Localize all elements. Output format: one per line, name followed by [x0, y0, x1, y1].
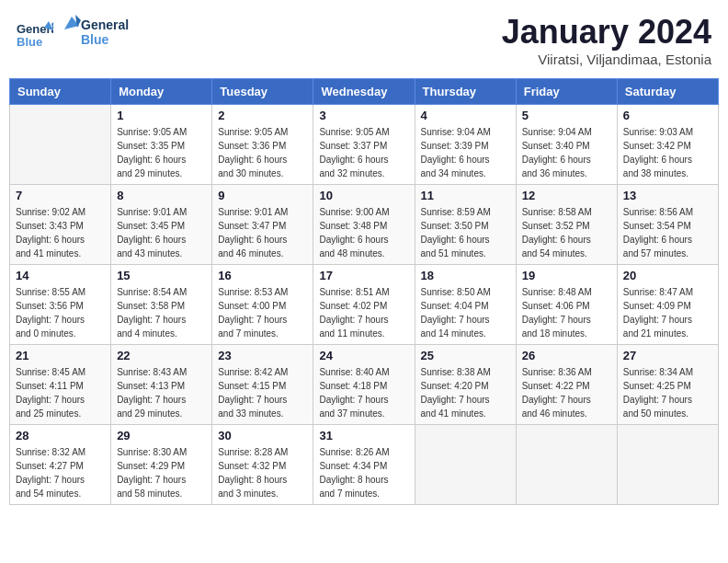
day-cell: 17Sunrise: 8:51 AM Sunset: 4:02 PM Dayli… [313, 265, 415, 345]
day-cell: 27Sunrise: 8:34 AM Sunset: 4:25 PM Dayli… [617, 345, 718, 425]
day-info: Sunrise: 9:02 AM Sunset: 3:43 PM Dayligh… [16, 205, 105, 260]
day-number: 7 [16, 189, 105, 202]
day-info: Sunrise: 8:55 AM Sunset: 3:56 PM Dayligh… [16, 285, 105, 340]
day-number: 5 [522, 109, 611, 122]
day-cell [10, 105, 111, 185]
weekday-header-sunday: Sunday [10, 79, 111, 105]
day-number: 20 [623, 269, 712, 282]
day-info: Sunrise: 8:50 AM Sunset: 4:04 PM Dayligh… [421, 285, 510, 340]
day-cell [617, 425, 718, 505]
day-cell: 13Sunrise: 8:56 AM Sunset: 3:54 PM Dayli… [617, 185, 718, 265]
day-cell: 16Sunrise: 8:53 AM Sunset: 4:00 PM Dayli… [212, 265, 313, 345]
day-number: 1 [117, 109, 206, 122]
day-number: 3 [319, 109, 408, 122]
logo-icon: General Blue [17, 17, 53, 53]
day-cell: 15Sunrise: 8:54 AM Sunset: 3:58 PM Dayli… [111, 265, 212, 345]
day-number: 6 [623, 109, 712, 122]
svg-text:Blue: Blue [81, 32, 109, 47]
day-cell: 12Sunrise: 8:58 AM Sunset: 3:52 PM Dayli… [516, 185, 617, 265]
day-number: 22 [117, 349, 206, 362]
title-area: January 2024 Viiratsi, Viljandimaa, Esto… [502, 13, 711, 67]
day-cell: 3Sunrise: 9:05 AM Sunset: 3:37 PM Daylig… [313, 105, 415, 185]
day-number: 29 [117, 429, 206, 442]
day-number: 9 [218, 189, 307, 202]
day-cell [415, 425, 516, 505]
day-info: Sunrise: 8:38 AM Sunset: 4:20 PM Dayligh… [421, 365, 510, 420]
day-cell: 7Sunrise: 9:02 AM Sunset: 3:43 PM Daylig… [10, 185, 111, 265]
day-number: 10 [319, 189, 408, 202]
day-number: 4 [421, 109, 510, 122]
weekday-header-tuesday: Tuesday [212, 79, 313, 105]
day-number: 26 [522, 349, 611, 362]
week-row-1: 1Sunrise: 9:05 AM Sunset: 3:35 PM Daylig… [10, 105, 719, 185]
day-cell: 2Sunrise: 9:05 AM Sunset: 3:36 PM Daylig… [212, 105, 313, 185]
day-cell: 9Sunrise: 9:01 AM Sunset: 3:47 PM Daylig… [212, 185, 313, 265]
day-cell: 22Sunrise: 8:43 AM Sunset: 4:13 PM Dayli… [111, 345, 212, 425]
day-cell: 14Sunrise: 8:55 AM Sunset: 3:56 PM Dayli… [10, 265, 111, 345]
day-info: Sunrise: 9:05 AM Sunset: 3:35 PM Dayligh… [117, 125, 206, 180]
day-number: 23 [218, 349, 307, 362]
day-number: 11 [421, 189, 510, 202]
day-cell: 20Sunrise: 8:47 AM Sunset: 4:09 PM Dayli… [617, 265, 718, 345]
day-cell: 31Sunrise: 8:26 AM Sunset: 4:34 PM Dayli… [313, 425, 415, 505]
day-info: Sunrise: 8:45 AM Sunset: 4:11 PM Dayligh… [16, 365, 105, 420]
day-info: Sunrise: 8:47 AM Sunset: 4:09 PM Dayligh… [623, 285, 712, 340]
day-info: Sunrise: 8:51 AM Sunset: 4:02 PM Dayligh… [319, 285, 408, 340]
day-cell: 6Sunrise: 9:03 AM Sunset: 3:42 PM Daylig… [617, 105, 718, 185]
weekday-header-friday: Friday [516, 79, 617, 105]
day-number: 16 [218, 269, 307, 282]
day-info: Sunrise: 9:04 AM Sunset: 3:40 PM Dayligh… [522, 125, 611, 180]
svg-text:Blue: Blue [17, 35, 42, 49]
day-info: Sunrise: 8:48 AM Sunset: 4:06 PM Dayligh… [522, 285, 611, 340]
svg-text:General: General [81, 17, 129, 32]
weekday-header-thursday: Thursday [415, 79, 516, 105]
day-number: 30 [218, 429, 307, 442]
day-info: Sunrise: 9:05 AM Sunset: 3:37 PM Dayligh… [319, 125, 408, 180]
day-cell: 18Sunrise: 8:50 AM Sunset: 4:04 PM Dayli… [415, 265, 516, 345]
day-cell: 25Sunrise: 8:38 AM Sunset: 4:20 PM Dayli… [415, 345, 516, 425]
main-title: January 2024 [502, 13, 711, 52]
day-cell: 4Sunrise: 9:04 AM Sunset: 3:39 PM Daylig… [415, 105, 516, 185]
day-info: Sunrise: 8:58 AM Sunset: 3:52 PM Dayligh… [522, 205, 611, 260]
day-cell: 19Sunrise: 8:48 AM Sunset: 4:06 PM Dayli… [516, 265, 617, 345]
day-info: Sunrise: 8:30 AM Sunset: 4:29 PM Dayligh… [117, 445, 206, 500]
day-number: 15 [117, 269, 206, 282]
day-cell: 10Sunrise: 9:00 AM Sunset: 3:48 PM Dayli… [313, 185, 415, 265]
day-info: Sunrise: 9:01 AM Sunset: 3:47 PM Dayligh… [218, 205, 307, 260]
page-header: General Blue General Blue January 2024 V… [9, 9, 719, 71]
day-info: Sunrise: 8:59 AM Sunset: 3:50 PM Dayligh… [421, 205, 510, 260]
logo-svg: General Blue [55, 13, 138, 53]
day-info: Sunrise: 8:34 AM Sunset: 4:25 PM Dayligh… [623, 365, 712, 420]
weekday-header-monday: Monday [111, 79, 212, 105]
day-cell: 21Sunrise: 8:45 AM Sunset: 4:11 PM Dayli… [10, 345, 111, 425]
weekday-header-row: SundayMondayTuesdayWednesdayThursdayFrid… [10, 79, 719, 105]
day-info: Sunrise: 8:36 AM Sunset: 4:22 PM Dayligh… [522, 365, 611, 420]
day-info: Sunrise: 8:54 AM Sunset: 3:58 PM Dayligh… [117, 285, 206, 340]
day-number: 17 [319, 269, 408, 282]
day-cell: 28Sunrise: 8:32 AM Sunset: 4:27 PM Dayli… [10, 425, 111, 505]
day-cell: 1Sunrise: 9:05 AM Sunset: 3:35 PM Daylig… [111, 105, 212, 185]
day-number: 24 [319, 349, 408, 362]
day-number: 8 [117, 189, 206, 202]
day-number: 12 [522, 189, 611, 202]
day-info: Sunrise: 8:32 AM Sunset: 4:27 PM Dayligh… [16, 445, 105, 500]
day-info: Sunrise: 9:04 AM Sunset: 3:39 PM Dayligh… [421, 125, 510, 180]
day-cell: 23Sunrise: 8:42 AM Sunset: 4:15 PM Dayli… [212, 345, 313, 425]
day-number: 31 [319, 429, 408, 442]
day-cell [516, 425, 617, 505]
day-number: 28 [16, 429, 105, 442]
day-info: Sunrise: 8:42 AM Sunset: 4:15 PM Dayligh… [218, 365, 307, 420]
calendar-table: SundayMondayTuesdayWednesdayThursdayFrid… [9, 78, 719, 505]
day-info: Sunrise: 8:40 AM Sunset: 4:18 PM Dayligh… [319, 365, 408, 420]
day-cell: 30Sunrise: 8:28 AM Sunset: 4:32 PM Dayli… [212, 425, 313, 505]
day-number: 21 [16, 349, 105, 362]
day-info: Sunrise: 8:43 AM Sunset: 4:13 PM Dayligh… [117, 365, 206, 420]
day-cell: 29Sunrise: 8:30 AM Sunset: 4:29 PM Dayli… [111, 425, 212, 505]
weekday-header-saturday: Saturday [617, 79, 718, 105]
subtitle: Viiratsi, Viljandimaa, Estonia [502, 52, 711, 67]
week-row-3: 14Sunrise: 8:55 AM Sunset: 3:56 PM Dayli… [10, 265, 719, 345]
week-row-4: 21Sunrise: 8:45 AM Sunset: 4:11 PM Dayli… [10, 345, 719, 425]
week-row-2: 7Sunrise: 9:02 AM Sunset: 3:43 PM Daylig… [10, 185, 719, 265]
day-cell: 5Sunrise: 9:04 AM Sunset: 3:40 PM Daylig… [516, 105, 617, 185]
day-info: Sunrise: 8:26 AM Sunset: 4:34 PM Dayligh… [319, 445, 408, 500]
